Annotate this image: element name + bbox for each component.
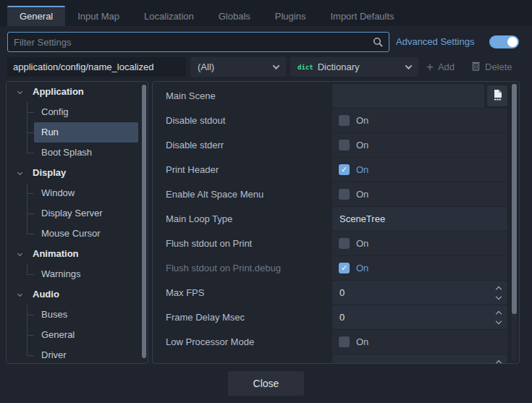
setting-row-main-loop-type: Main Loop TypeSceneTree [153, 207, 519, 231]
property-path-field[interactable] [7, 57, 186, 77]
checkbox-flush-stdout-on-print-debug[interactable]: ✓ [339, 263, 350, 273]
property-path-input[interactable] [7, 57, 186, 77]
checkbox-enable-alt-space-menu[interactable] [339, 189, 350, 200]
filter-settings-input[interactable] [8, 33, 373, 51]
setting-label-max-fps: Max FPS [153, 281, 332, 305]
tab-plugins[interactable]: Plugins [263, 6, 318, 26]
checkbox-low-processor-mode[interactable] [339, 336, 350, 347]
spin-up-icon[interactable] [496, 310, 502, 316]
setting-value-low-processor-mode-sleep-usec[interactable]: 6000 [332, 355, 507, 364]
tab-input-map[interactable]: Input Map [65, 6, 132, 26]
setting-label-main-scene: Main Scene [153, 84, 332, 108]
checkbox-disable-stderr[interactable] [339, 140, 350, 150]
checkbox-flush-stdout-on-print[interactable] [339, 238, 350, 249]
checkbox-disable-stdout[interactable] [339, 115, 350, 126]
tree-item-window[interactable]: Window [34, 183, 138, 203]
chevron-down-icon[interactable] [17, 292, 22, 297]
file-icon [492, 89, 503, 103]
setting-row-low-processor-mode: Low Processor ModeOn [153, 330, 519, 354]
checkbox-state-label: On [356, 164, 368, 175]
setting-row-disable-stdout: Disable stdoutOn [153, 109, 519, 132]
setting-row-flush-stdout-on-print-debug: Flush stdout on Print.debug✓On [153, 256, 519, 280]
tree-item-boot-splash[interactable]: Boot Splash [34, 143, 138, 163]
load-file-button[interactable] [487, 85, 507, 106]
setting-label-low-processor-mode-sleep-usec: Low Processor Mode Sleep (usec) [153, 355, 332, 364]
setting-label-frame-delay-msec: Frame Delay Msec [153, 305, 332, 329]
chevron-down-icon [273, 62, 280, 69]
setting-value-flush-stdout-on-print-debug: ✓On [332, 256, 507, 280]
tab-globals[interactable]: Globals [206, 6, 263, 26]
tree-item-general[interactable]: General [34, 325, 138, 345]
tree-item-warnings[interactable]: Warnings [34, 264, 138, 284]
setting-value-low-processor-mode: On [332, 330, 507, 354]
advanced-settings-toggle[interactable] [489, 35, 519, 48]
setting-row-enable-alt-space-menu: Enable Alt Space MenuOn [153, 182, 519, 206]
close-button[interactable]: Close [228, 371, 304, 396]
setting-value-print-header: ✓On [332, 158, 507, 182]
spin-up-icon[interactable] [496, 286, 502, 292]
setting-value-disable-stdout: On [332, 109, 507, 132]
tab-import-defaults[interactable]: Import Defaults [318, 6, 406, 26]
setting-value-enable-alt-space-menu: On [332, 182, 507, 206]
tree-item-buses[interactable]: Buses [34, 305, 138, 325]
spin-up-icon[interactable] [496, 360, 502, 364]
setting-row-low-processor-mode-sleep-usec: Low Processor Mode Sleep (usec)6000 [153, 355, 519, 364]
setting-value-frame-delay-msec[interactable]: 0 [332, 305, 507, 329]
tree-section-application[interactable]: Application [7, 82, 148, 102]
type-dropdown[interactable]: dict Dictionary [290, 57, 418, 77]
field-value: 6000 [332, 361, 360, 364]
type-value: Dictionary [318, 61, 360, 72]
main-scrollbar-thumb[interactable] [512, 84, 517, 314]
tree-item-display-server[interactable]: Display Server [34, 203, 138, 224]
search-icon [373, 37, 383, 47]
spinbox-arrows[interactable] [497, 312, 501, 323]
field-value: SceneTree [332, 213, 385, 224]
tree-item-driver[interactable]: Driver [34, 345, 138, 364]
tree-item-mouse-cursor[interactable]: Mouse Cursor [34, 224, 138, 244]
setting-row-print-header: Print Header✓On [153, 158, 519, 182]
setting-row-frame-delay-msec: Frame Delay Msec0 [153, 305, 519, 329]
setting-label-main-loop-type: Main Loop Type [153, 207, 332, 231]
spinbox-arrows[interactable] [497, 287, 501, 299]
setting-row-main-scene: Main Scene [153, 84, 519, 108]
spinbox-arrows[interactable] [497, 361, 501, 365]
checkbox-state-label: On [356, 238, 368, 249]
add-button[interactable]: + Add [426, 57, 455, 77]
project-settings-dialog: GeneralInput MapLocalizationGlobalsPlugi… [0, 0, 532, 403]
field-value: 0 [332, 287, 345, 298]
feature-filter-dropdown[interactable]: (All) [190, 57, 286, 77]
setting-value-max-fps[interactable]: 0 [332, 281, 507, 305]
checkbox-state-label: On [356, 140, 368, 150]
main-scene-path-field[interactable] [332, 84, 484, 108]
setting-label-disable-stdout: Disable stdout [153, 109, 332, 132]
setting-value-main-loop-type[interactable]: SceneTree [332, 207, 507, 231]
spin-down-icon[interactable] [496, 318, 502, 323]
tab-localization[interactable]: Localization [132, 6, 206, 26]
chevron-down-icon[interactable] [17, 251, 22, 256]
settings-panel: Main SceneDisable stdoutOnDisable stderr… [152, 81, 520, 364]
sidebar-scrollbar[interactable] [142, 85, 146, 358]
tree-item-run[interactable]: Run [34, 122, 138, 143]
chevron-down-icon [405, 62, 413, 69]
filter-settings-searchbox[interactable] [7, 32, 389, 52]
toggle-knob [507, 37, 518, 47]
tab-general[interactable]: General [7, 6, 65, 26]
chevron-down-icon[interactable] [17, 89, 22, 94]
checkbox-print-header[interactable]: ✓ [339, 164, 350, 175]
setting-value-disable-stderr: On [332, 133, 507, 157]
feature-filter-value: (All) [198, 61, 214, 72]
tab-bar: GeneralInput MapLocalizationGlobalsPlugi… [0, 0, 532, 26]
tree-section-audio[interactable]: Audio [7, 284, 148, 305]
chevron-down-icon[interactable] [17, 170, 22, 175]
tree-section-animation[interactable]: Animation [7, 244, 148, 264]
checkbox-state-label: On [356, 336, 368, 347]
trash-icon [471, 61, 481, 73]
field-value: 0 [332, 312, 345, 323]
tree-section-display[interactable]: Display [7, 163, 148, 183]
advanced-settings-label: Advanced Settings [396, 32, 474, 52]
setting-label-enable-alt-space-menu: Enable Alt Space Menu [153, 182, 332, 206]
setting-label-flush-stdout-on-print-debug: Flush stdout on Print.debug [153, 256, 332, 280]
delete-button[interactable]: Delete [471, 57, 512, 77]
tree-item-config[interactable]: Config [34, 102, 138, 122]
spin-down-icon[interactable] [496, 293, 502, 299]
